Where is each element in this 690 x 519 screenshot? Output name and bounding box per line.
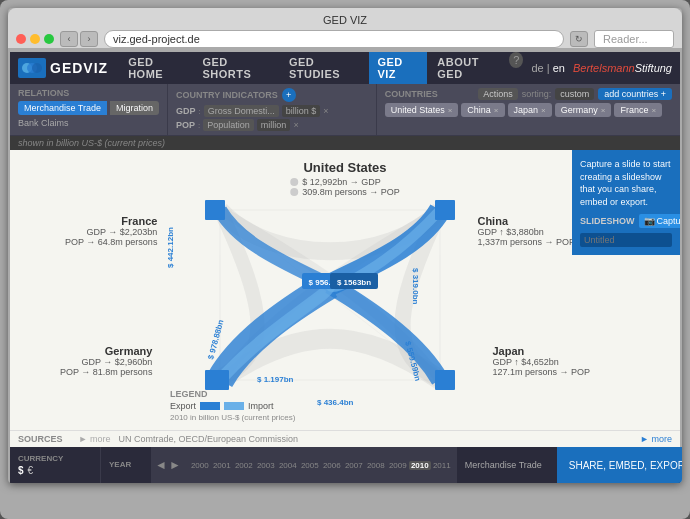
tab-merchandise-trade[interactable]: Merchandise Trade [18, 101, 107, 115]
slideshow-label: SLIDESHOW [580, 216, 635, 226]
lang-en[interactable]: en [553, 62, 565, 74]
japan-label: Japan GDP ↑ $4,652bn 127.1m persons → PO… [492, 345, 590, 377]
country-tag-japan[interactable]: Japan× [508, 103, 552, 117]
countries-label: COUNTRIES [385, 89, 438, 99]
svg-rect-11 [435, 200, 455, 220]
currency-euro[interactable]: € [28, 465, 34, 476]
currency-dollar[interactable]: $ [18, 465, 24, 476]
forward-button[interactable]: › [80, 31, 98, 47]
sources-more-right[interactable]: ► more [640, 434, 672, 444]
actions-button[interactable]: Actions [478, 88, 518, 100]
svg-text:$ 319.0bn: $ 319.0bn [411, 268, 420, 305]
viz-area: $ 956.67bn $ 1563bn $ 442.12bn $ 978.88b… [10, 150, 680, 430]
year-2004[interactable]: 2004 [277, 461, 299, 470]
sources-label: SOURCES [18, 434, 63, 444]
timeline-nav: ◄ ► [151, 458, 185, 472]
svg-text:$ 436.4bn: $ 436.4bn [317, 398, 354, 407]
refresh-button[interactable]: ↻ [570, 31, 588, 47]
nav-ged-home[interactable]: GED HOME [120, 52, 192, 84]
capture-description: Capture a slide to start creating a slid… [580, 158, 672, 208]
year-section: YEAR [101, 447, 151, 483]
indicators-section: COUNTRY INDICATORS + GDP : Gross Domesti… [167, 84, 376, 135]
currency-section: CURRENCY $ € [10, 447, 100, 483]
relations-tabs: Merchandise Trade Migration [18, 101, 159, 115]
year-label: YEAR [109, 460, 143, 469]
pop-indicator-row: POP : Population million × [176, 119, 368, 131]
nav-about-ged[interactable]: ABOUT GED [429, 52, 507, 84]
price-note: shown in billion US-$ (current prices) [10, 136, 680, 150]
help-icon[interactable]: ? [509, 52, 523, 68]
svg-rect-10 [205, 370, 229, 390]
svg-rect-12 [435, 370, 455, 390]
relations-label: RELATIONS [18, 88, 159, 98]
tab-migration[interactable]: Migration [110, 101, 159, 115]
country-tag-united-states[interactable]: United States× [385, 103, 459, 117]
timeline-next[interactable]: ► [169, 458, 181, 472]
france-label: France GDP → $2,203bn POP → 64.8m person… [65, 215, 157, 247]
address-bar[interactable]: viz.ged-project.de [104, 30, 564, 48]
lang-de[interactable]: de [531, 62, 543, 74]
bank-claims-link[interactable]: Bank Claims [18, 118, 159, 128]
bottom-bar: CURRENCY $ € YEAR ◄ ► 2000 [10, 447, 680, 483]
browser-search[interactable]: Reader... [594, 30, 674, 48]
gdp-indicator-row: GDP : Gross Domesti... billion $ × [176, 105, 368, 117]
currency-label: CURRENCY [18, 454, 92, 463]
back-button[interactable]: ‹ [60, 31, 78, 47]
gdp-desc: Gross Domesti... [204, 105, 279, 117]
year-2002[interactable]: 2002 [233, 461, 255, 470]
pop-unit: million [257, 119, 291, 131]
gdp-label: GDP [176, 106, 196, 116]
year-2000[interactable]: 2000 [189, 461, 211, 470]
logo-icon [18, 58, 46, 78]
maximize-button[interactable] [44, 34, 54, 44]
country-tag-france[interactable]: France× [614, 103, 662, 117]
close-button[interactable] [16, 34, 26, 44]
year-2003[interactable]: 2003 [255, 461, 277, 470]
nav-ged-shorts[interactable]: GED SHORTS [194, 52, 278, 84]
year-2001[interactable]: 2001 [211, 461, 233, 470]
sources-text: UN Comtrade, OECD/European Commission [118, 434, 298, 444]
timeline-prev[interactable]: ◄ [155, 458, 167, 472]
year-2008[interactable]: 2008 [365, 461, 387, 470]
svg-text:$ 442.12bn: $ 442.12bn [166, 227, 175, 268]
svg-text:$ 1563bn: $ 1563bn [337, 278, 371, 287]
nav-ged-studies[interactable]: GED STUDIES [281, 52, 368, 84]
country-tags: United States× China× Japan× Germany× Fr… [385, 103, 672, 117]
year-2005[interactable]: 2005 [299, 461, 321, 470]
timeline-years: 2000 2001 2002 2003 2004 2005 2006 2007 … [185, 461, 457, 470]
sources-more-left[interactable]: ► more [79, 434, 111, 444]
country-tag-germany[interactable]: Germany× [555, 103, 612, 117]
year-2010[interactable]: 2010 [409, 461, 431, 470]
pop-desc: Population [203, 119, 254, 131]
gdp-unit: billion $ [282, 105, 321, 117]
gdp-remove-icon[interactable]: × [323, 106, 328, 116]
traffic-lights [16, 34, 54, 44]
capture-panel: Capture a slide to start creating a slid… [572, 150, 680, 255]
countries-section: COUNTRIES Actions sorting: custom add co… [376, 84, 680, 135]
share-embed-export-button[interactable]: SHARE, EMBED, EXPORT [557, 447, 682, 483]
logo: GEDVIZ [18, 58, 108, 78]
trade-type-label: Merchandise Trade [457, 447, 557, 483]
minimize-button[interactable] [30, 34, 40, 44]
legend: LEGEND Export Import 2010 in billion US-… [170, 389, 295, 422]
country-tag-china[interactable]: China× [461, 103, 504, 117]
year-2007[interactable]: 2007 [343, 461, 365, 470]
brand-logo: BertelsmannStiftung [573, 62, 672, 74]
browser-title: GED VIZ [16, 14, 674, 30]
pop-remove-icon[interactable]: × [293, 120, 298, 130]
year-2011[interactable]: 2011 [431, 461, 453, 470]
year-2006[interactable]: 2006 [321, 461, 343, 470]
svg-point-2 [32, 63, 42, 73]
germany-label: Germany GDP → $2,960bn POP → 81.8m perso… [60, 345, 152, 377]
slideshow-title-input[interactable] [580, 233, 672, 247]
sorting-button[interactable]: custom [555, 88, 594, 100]
add-countries-button[interactable]: add countries + [598, 88, 672, 100]
indicators-label: COUNTRY INDICATORS [176, 90, 278, 100]
nav-ged-viz[interactable]: GED VIZ [369, 52, 427, 84]
add-indicator-button[interactable]: + [282, 88, 296, 102]
capture-button[interactable]: 📷 Capture [639, 214, 680, 228]
year-2009[interactable]: 2009 [387, 461, 409, 470]
nav-items: GED HOME GED SHORTS GED STUDIES GED VIZ … [120, 52, 523, 84]
svg-rect-9 [205, 200, 225, 220]
language-switch: de | en [531, 62, 564, 74]
